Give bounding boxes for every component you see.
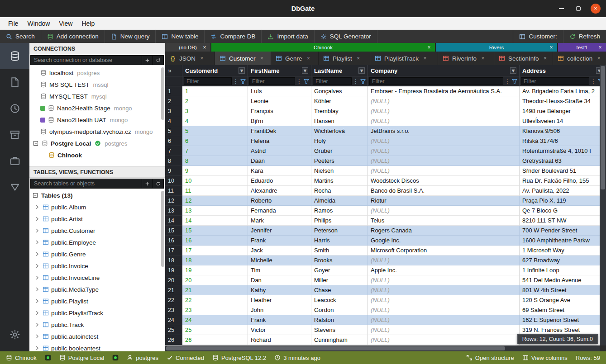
- status-chinook[interactable]: Chinook: [2, 351, 41, 364]
- table-item-public-invoiceline[interactable]: public.InvoiceLine: [29, 272, 165, 284]
- iconbar-item-history[interactable]: [0, 95, 29, 122]
- cell-company[interactable]: (NULL): [368, 255, 520, 265]
- cell-lastname[interactable]: Goyer: [311, 265, 368, 275]
- status-3-minutes-ago[interactable]: 3 minutes ago: [270, 351, 324, 364]
- filter-input-lastname[interactable]: [313, 77, 352, 85]
- row-number[interactable]: 20: [165, 275, 182, 285]
- cell-firstname[interactable]: Fernanda: [248, 206, 311, 216]
- kebab-icon[interactable]: ⋮: [590, 78, 596, 85]
- cell-firstname[interactable]: Jennifer: [248, 226, 311, 236]
- cell-address[interactable]: Ullevĺlsveien 14: [520, 116, 600, 126]
- table-row[interactable]: 2525VictorStevens(NULL)319 N. Frances St…: [165, 325, 600, 335]
- cell-address[interactable]: 120 S Orange Ave: [520, 295, 600, 305]
- row-number[interactable]: 10: [165, 176, 182, 186]
- funnel-icon[interactable]: [360, 78, 366, 85]
- cell-address[interactable]: Grétrystraat 63: [520, 156, 600, 166]
- cell-customerid[interactable]: 4: [182, 116, 248, 126]
- table-row[interactable]: 2323JohnGordon(NULL)69 Salem Street: [165, 305, 600, 315]
- cell-lastname[interactable]: Peeters: [311, 156, 368, 166]
- cell-customerid[interactable]: 12: [182, 196, 248, 206]
- cell-lastname[interactable]: Chase: [311, 285, 368, 295]
- cell-firstname[interactable]: Daan: [248, 156, 311, 166]
- connection-item-nano2health-uat[interactable]: Nano2Health UATmongo: [29, 114, 165, 126]
- cell-firstname[interactable]: Mark: [248, 216, 311, 226]
- cell-company[interactable]: (NULL): [368, 96, 520, 106]
- cell-firstname[interactable]: Astrid: [248, 146, 311, 156]
- row-number[interactable]: 2: [165, 96, 182, 106]
- table-row[interactable]: 1919TimGoyerApple Inc.1 Infinite Loop: [165, 265, 600, 275]
- row-number[interactable]: 16: [165, 236, 182, 246]
- cell-customerid[interactable]: 23: [182, 305, 248, 315]
- table-row[interactable]: 99KaraNielsen(NULL)Sřnder Boulevard 51: [165, 166, 600, 176]
- table-row[interactable]: 77AstridGruber(NULL)Rotenturmstraße 4, 1…: [165, 146, 600, 156]
- cell-company[interactable]: Telus: [368, 216, 520, 226]
- kebab-icon[interactable]: ⋮: [233, 78, 239, 85]
- cell-company[interactable]: (NULL): [368, 315, 520, 325]
- column-header-company[interactable]: Company▾: [368, 65, 520, 76]
- cell-address[interactable]: 1498 rue Bélanger: [520, 106, 600, 116]
- row-number[interactable]: 9: [165, 166, 182, 176]
- cell-lastname[interactable]: Smith: [311, 246, 368, 255]
- cell-firstname[interactable]: Bjřrn: [248, 116, 311, 126]
- cell-address[interactable]: 801 W 4th Street: [520, 285, 600, 295]
- tab-riverinfo[interactable]: RiverInfo×: [438, 52, 494, 65]
- tab-sectioninfo[interactable]: SectionInfo×: [494, 52, 553, 65]
- filter-input-company[interactable]: [369, 77, 503, 85]
- tab-playlisttrack[interactable]: PlaylistTrack×: [370, 52, 438, 65]
- row-number[interactable]: 18: [165, 255, 182, 265]
- tables-refresh-button[interactable]: [153, 179, 164, 189]
- filter-input-firstname[interactable]: [249, 77, 295, 85]
- row-number[interactable]: 19: [165, 265, 182, 275]
- close-icon[interactable]: ×: [480, 55, 486, 61]
- menu-help[interactable]: Help: [77, 17, 99, 29]
- table-row[interactable]: 1414MarkPhilipsTelus8210 111 ST NW: [165, 216, 600, 226]
- tab-json[interactable]: {}JSON×: [165, 52, 215, 65]
- funnel-icon[interactable]: [303, 78, 310, 85]
- close-icon[interactable]: ×: [201, 44, 208, 51]
- cell-customerid[interactable]: 25: [182, 325, 248, 335]
- close-icon[interactable]: ×: [597, 44, 603, 51]
- cell-customerid[interactable]: 10: [182, 176, 248, 186]
- kebab-icon[interactable]: ⋮: [296, 78, 302, 85]
- table-row[interactable]: 11LuísGonçalvesEmbraer - Empresa Brasile…: [165, 86, 600, 96]
- connection-item-postgre-local[interactable]: Postgre Localpostgres: [29, 137, 165, 149]
- cell-customerid[interactable]: 14: [182, 216, 248, 226]
- cell-firstname[interactable]: François: [248, 106, 311, 116]
- iconbar-item-archive[interactable]: [0, 122, 29, 148]
- column-header-lastname[interactable]: LastName▾: [311, 65, 368, 76]
- close-icon[interactable]: ×: [305, 55, 312, 61]
- cell-lastname[interactable]: Stevens: [311, 325, 368, 335]
- tables-search-input[interactable]: [30, 179, 142, 189]
- cell-customerid[interactable]: 21: [182, 285, 248, 295]
- cell-firstname[interactable]: Michelle: [248, 255, 311, 265]
- cell-firstname[interactable]: Leonie: [248, 96, 311, 106]
- table-row[interactable]: 66HelenaHolý(NULL)Rilská 3174/6: [165, 136, 600, 146]
- cell-customerid[interactable]: 24: [182, 315, 248, 325]
- connections-scrollbar[interactable]: [161, 67, 164, 120]
- row-number[interactable]: 12: [165, 196, 182, 206]
- cell-company[interactable]: (NULL): [368, 305, 520, 315]
- table-row[interactable]: 2222HeatherLeacock(NULL)120 S Orange Ave: [165, 295, 600, 305]
- status-connected[interactable]: Connected: [162, 351, 208, 364]
- menu-view[interactable]: View: [54, 17, 77, 29]
- cell-firstname[interactable]: Frank: [248, 236, 311, 246]
- cell-lastname[interactable]: Tremblay: [311, 106, 368, 116]
- cell-address[interactable]: Qe 7 Bloco G: [520, 206, 600, 216]
- cell-company[interactable]: (NULL): [368, 275, 520, 285]
- close-icon[interactable]: ×: [422, 55, 428, 61]
- menu-window[interactable]: Window: [23, 17, 55, 29]
- column-header-customerid[interactable]: CustomerId▾: [182, 65, 248, 76]
- row-number[interactable]: 6: [165, 136, 182, 146]
- minimize-button[interactable]: [556, 4, 566, 14]
- cell-company[interactable]: Banco do Brasil S.A.: [368, 186, 520, 196]
- cell-address[interactable]: Rotenturmstraße 4, 1010 I: [520, 146, 600, 156]
- close-icon[interactable]: ×: [596, 55, 602, 61]
- cell-company[interactable]: (NULL): [368, 325, 520, 335]
- cell-customerid[interactable]: 17: [182, 246, 248, 255]
- table-row[interactable]: 88DaanPeeters(NULL)Grétrystraat 63: [165, 156, 600, 166]
- cell-lastname[interactable]: Rocha: [311, 186, 368, 196]
- status-postgre-local[interactable]: Postgre Local: [55, 351, 109, 364]
- cell-customerid[interactable]: 2: [182, 96, 248, 106]
- iconbar-item-app-files[interactable]: [0, 148, 29, 174]
- row-number[interactable]: 8: [165, 156, 182, 166]
